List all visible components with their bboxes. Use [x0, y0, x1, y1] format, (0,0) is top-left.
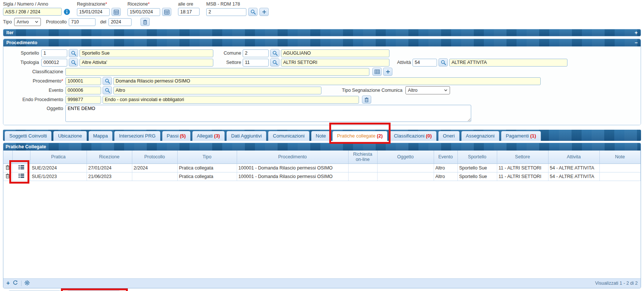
col-richiesta-online[interactable]: Richiestaon-line [348, 151, 377, 164]
procedimento-section-header[interactable]: Procedimento − [3, 39, 641, 46]
tipo-segnalazione-select[interactable]: Altro [405, 86, 450, 94]
classificazione-input[interactable] [65, 68, 369, 76]
grid-titlebar: Pratiche Collegate [3, 143, 641, 151]
tab-dati-aggiuntivi[interactable]: Dati Aggiuntivi [226, 131, 266, 141]
search-icon[interactable] [270, 58, 279, 67]
trash-icon[interactable] [362, 96, 371, 104]
search-icon[interactable] [103, 86, 112, 94]
sportello-code-input[interactable] [41, 49, 67, 57]
col-protocollo[interactable]: Protocollo [132, 151, 177, 164]
endo-desc-input[interactable] [103, 96, 359, 104]
grid-title: Pratiche Collegate [6, 144, 46, 149]
tipologia-code-input[interactable] [41, 59, 67, 67]
comune-desc-input[interactable] [281, 49, 389, 57]
calendar-icon[interactable] [162, 8, 171, 16]
comune-code-input[interactable] [243, 49, 269, 57]
sigla-input[interactable] [3, 8, 62, 16]
pagination-status: Visualizzati 1 - 2 di 2 [595, 281, 638, 286]
endo-code-input[interactable] [65, 96, 101, 104]
delete-row-icon[interactable] [6, 174, 10, 180]
tipo-select[interactable]: Arrivo [14, 18, 41, 26]
tab-passi[interactable]: Passi (5) [162, 131, 191, 141]
refresh-icon[interactable] [13, 280, 18, 287]
tab-intersezioni-prg[interactable]: Intersezioni PRG [114, 131, 160, 141]
chevron-down-icon [444, 89, 447, 91]
cell-evento: Altro [434, 164, 457, 172]
col-sportello[interactable]: Sportello [457, 151, 497, 164]
header-form: Sigla / Numero / Anno Registrazione* Ric… [3, 1, 641, 16]
expand-icon[interactable]: + [635, 30, 638, 35]
procedimento-code-input[interactable] [65, 77, 101, 85]
add-icon[interactable] [259, 8, 269, 16]
col-oggetto[interactable]: Oggetto [377, 151, 434, 164]
tab-oneri[interactable]: Oneri [438, 131, 460, 141]
del-anno-input[interactable] [109, 18, 132, 26]
col-evento[interactable]: Evento [434, 151, 457, 164]
iter-title: Iter [6, 30, 13, 35]
search-icon[interactable] [248, 8, 258, 16]
add-record-icon[interactable]: + [6, 280, 10, 286]
settore-desc-input[interactable] [281, 59, 389, 67]
col-procedimento[interactable]: Procedimento [237, 151, 348, 164]
registrazione-input[interactable] [77, 8, 110, 16]
tab-comunicazioni[interactable]: Comunicazioni [268, 131, 309, 141]
cell-settore: 11 - ALTRI SETTORI [497, 172, 548, 181]
col-attivita[interactable]: Attivita [548, 151, 599, 164]
sigla-label: Sigla / Numero / Anno [3, 1, 70, 7]
settore-code-input[interactable] [243, 59, 269, 67]
row-detail-icon[interactable] [19, 174, 24, 179]
delete-row-icon[interactable] [6, 166, 10, 171]
tab-soggetti-coinvolti[interactable]: Soggetti Coinvolti [4, 131, 52, 141]
row-detail-icon[interactable] [19, 165, 24, 171]
cell-note [599, 172, 641, 181]
evento-code-input[interactable] [65, 87, 101, 94]
grid-header-row: Pratica Ricezione Protocollo Tipo Proced… [3, 151, 641, 164]
col-ricezione[interactable]: Ricezione [87, 151, 132, 164]
tab-pagamenti[interactable]: Pagamenti (1) [501, 131, 541, 141]
col-pratica[interactable]: Pratica [30, 151, 87, 164]
tab-note[interactable]: Note [311, 131, 331, 141]
grid-footer-toolbar: + Visualizzati 1 - 2 di 2 [3, 278, 641, 288]
tab-ubicazione[interactable]: Ubicazione [53, 131, 87, 141]
col-delete [3, 151, 12, 164]
attivita-code-input[interactable] [412, 59, 437, 67]
col-tipo[interactable]: Tipo [177, 151, 237, 164]
search-icon[interactable] [438, 58, 448, 67]
msb-input[interactable] [206, 8, 246, 16]
trash-icon[interactable] [140, 18, 150, 26]
tipologia-desc-input[interactable] [80, 59, 213, 67]
table-row[interactable]: SUE/2/2024 27/01/2024 2/2024 Pratica col… [3, 164, 641, 172]
tab-pratiche-collegate[interactable]: Pratiche collegate (2) [332, 131, 388, 141]
calendar-icon[interactable] [111, 8, 121, 16]
iter-section-header[interactable]: Iter + [3, 29, 641, 36]
cell-oggetto [377, 164, 434, 172]
procedimento-desc-input[interactable] [113, 77, 541, 85]
cell-richiesta [348, 164, 377, 172]
oggetto-textarea[interactable]: ENTE DEMO [65, 105, 471, 122]
ricezione-input[interactable] [127, 8, 160, 16]
tab-allegati[interactable]: Allegati (3) [192, 131, 225, 141]
search-icon[interactable] [103, 77, 112, 85]
cell-tipo: Pratica collegata [177, 164, 237, 172]
col-note[interactable]: Note [599, 151, 641, 164]
col-settore[interactable]: Settore [497, 151, 548, 164]
procedimento-label: Procedimento [33, 78, 61, 84]
search-icon[interactable] [69, 58, 78, 67]
tab-assegnazioni[interactable]: Assegnazioni [461, 131, 499, 141]
info-icon[interactable] [64, 9, 70, 15]
search-icon[interactable] [69, 49, 78, 57]
alle-ore-input[interactable] [178, 8, 200, 16]
attivita-desc-input[interactable] [449, 59, 567, 67]
search-icon[interactable] [270, 49, 279, 57]
table-lookup-icon[interactable] [372, 68, 382, 76]
evento-desc-input[interactable] [113, 87, 321, 94]
collapse-icon[interactable]: − [635, 40, 638, 45]
sportello-desc-input[interactable] [80, 49, 213, 57]
toolbar-divider [21, 281, 22, 286]
tab-mappa[interactable]: Mappa [88, 131, 113, 141]
tab-classificazioni[interactable]: Classificazioni (0) [389, 131, 437, 141]
protocollo-input[interactable] [69, 18, 96, 26]
gear-icon[interactable] [25, 280, 30, 287]
add-icon[interactable] [383, 68, 392, 76]
table-row[interactable]: SUE/1/2023 21/06/2023 Pratica collegata … [3, 172, 641, 181]
